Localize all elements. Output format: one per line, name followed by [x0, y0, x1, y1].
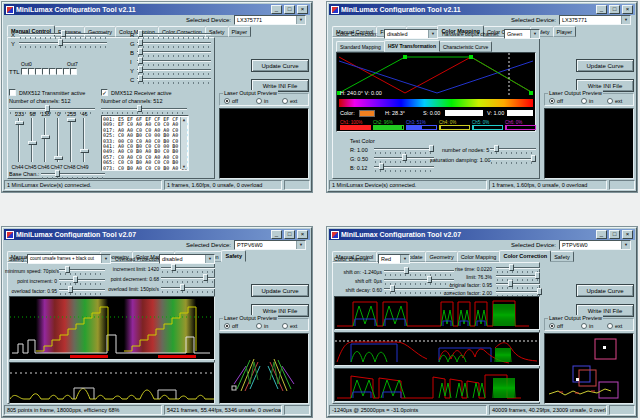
color-correction-combo[interactable]: disabled ▼ [384, 29, 438, 39]
y-slider[interactable] [19, 39, 107, 48]
ttl-checkbox-0[interactable] [21, 68, 28, 75]
overload-protection-combo[interactable]: disabled ▼ [159, 254, 215, 264]
hue-gradient-bar[interactable] [339, 99, 533, 107]
maximize-button[interactable]: □ [609, 5, 620, 14]
maximize-button[interactable]: □ [284, 5, 295, 14]
ttl-checkbox-4[interactable] [49, 68, 56, 75]
radio-in[interactable] [256, 323, 262, 329]
update-curve-button[interactable]: Update Curve [576, 59, 634, 72]
subtab-hsv-transformation[interactable]: HSV Transformation [384, 40, 440, 52]
ttl-checkbox-2[interactable] [35, 68, 42, 75]
radio-in[interactable] [256, 98, 262, 104]
minimize-button[interactable]: _ [596, 5, 607, 14]
scrollbar[interactable]: ▲▼ [180, 117, 187, 169]
test-r-slider[interactable] [374, 145, 434, 154]
minimize-button[interactable]: _ [596, 230, 607, 239]
damping-slider[interactable] [490, 155, 536, 164]
update-curve-button[interactable]: Update Curve [576, 284, 634, 297]
ttl-checkbox-1[interactable] [28, 68, 35, 75]
dropdown-arrow-icon[interactable]: ▼ [296, 241, 305, 249]
selected-device-combo[interactable]: LX375771 ▼ [234, 15, 306, 25]
dropdown-arrow-icon[interactable]: ▼ [101, 255, 110, 263]
channel-fader-ch46[interactable] [41, 118, 50, 162]
ttl-checkbox-3[interactable] [42, 68, 49, 75]
radio-off[interactable] [549, 323, 555, 329]
close-button[interactable]: × [297, 230, 308, 239]
radio-in[interactable] [581, 323, 587, 329]
overload-factor-slider[interactable] [59, 286, 105, 295]
dropdown-arrow-icon[interactable]: ▼ [296, 16, 305, 24]
selected-device-combo[interactable]: PTPV6W0 ▼ [559, 240, 631, 250]
overload-limit-slider[interactable] [161, 284, 215, 293]
radio-ext[interactable] [282, 98, 288, 104]
dropdown-arrow-icon[interactable]: ▼ [205, 255, 214, 263]
update-curve-button[interactable]: Update Curve [251, 284, 309, 297]
base-chan-slider[interactable] [41, 170, 105, 179]
tab-safety[interactable]: Safety [221, 250, 246, 262]
scroll-up-icon[interactable]: ▲ [181, 117, 187, 122]
dmx-hex-monitor[interactable]: 001: E5 EF 6F EF CF EF CF EF 009: EF C0 … [101, 115, 189, 171]
radio-off[interactable] [224, 98, 230, 104]
g-slider[interactable] [137, 39, 211, 48]
selected-device-combo[interactable]: LX375771 ▼ [559, 15, 631, 25]
channel-fader-ch49[interactable] [80, 118, 89, 162]
channel-fader-ch48[interactable] [67, 118, 76, 162]
dropdown-arrow-icon[interactable]: ▼ [400, 255, 409, 263]
radio-off[interactable] [549, 98, 555, 104]
tab-color-correction[interactable]: Color Correction [499, 250, 551, 262]
nodes-slider[interactable] [490, 145, 536, 154]
radio-in[interactable] [581, 98, 587, 104]
maximize-button[interactable]: □ [609, 230, 620, 239]
dropdown-arrow-icon[interactable]: ▼ [621, 16, 630, 24]
minimum-speed-slider[interactable] [59, 266, 105, 275]
channel-fader-ch47[interactable] [54, 118, 63, 162]
test-g-slider[interactable] [374, 154, 434, 163]
channel-fader-ch45[interactable] [28, 118, 37, 162]
tab-color-mapping[interactable]: Color Mapping [457, 251, 501, 262]
radio-ext[interactable] [607, 323, 613, 329]
close-button[interactable]: × [297, 5, 308, 14]
subtab-standard-mapping[interactable]: Standard Mapping [336, 41, 385, 52]
tab-safety[interactable]: Safety [550, 251, 574, 262]
dmx-transmitter-checkbox[interactable] [9, 89, 16, 96]
close-button[interactable]: × [622, 230, 633, 239]
hsv-curve-display[interactable]: H: 240.0° V: 0.00 Color: H: 28.3° S: 0.0… [336, 52, 536, 132]
titlebar[interactable]: MiniLumax Configuration Tool v2.07 _ □ × [4, 229, 310, 240]
dropdown-arrow-icon[interactable]: ▼ [621, 241, 630, 249]
minimize-button[interactable]: _ [271, 230, 282, 239]
tab-player[interactable]: Player [553, 26, 577, 37]
titlebar[interactable]: MiniLumax Configuration Tool v2.11 _ □ × [4, 4, 310, 15]
selected-device-combo[interactable]: PTPV6W0 ▼ [234, 240, 306, 250]
scroll-down-icon[interactable]: ▼ [181, 164, 187, 169]
dropdown-arrow-icon[interactable]: ▼ [428, 30, 437, 38]
radio-ext[interactable] [607, 98, 613, 104]
increment-limit-slider[interactable] [161, 264, 215, 273]
dmx-receiver-checkbox[interactable]: ✓ [101, 89, 108, 96]
y2-slider[interactable] [137, 66, 211, 75]
b-slider[interactable] [137, 48, 211, 57]
update-curve-button[interactable]: Update Curve [251, 59, 309, 72]
minimize-button[interactable]: _ [271, 5, 282, 14]
safety-mode-combo[interactable]: count unsafe frames + black out ▼ [27, 254, 111, 264]
color-channel-combo[interactable]: Red ▼ [378, 254, 410, 264]
ttl-checkbox-6[interactable] [63, 68, 70, 75]
test-b-slider[interactable] [374, 163, 434, 172]
subtab-characteristic-curve[interactable]: Characteristic Curve [439, 41, 492, 52]
tab-player[interactable]: Player [228, 26, 252, 37]
titlebar[interactable]: MiniLumax Configuration Tool v2.11 _ □ × [329, 4, 635, 15]
point-increment-slider[interactable] [59, 276, 105, 285]
point-decrement-slider[interactable] [161, 274, 215, 283]
channel-fader-ch44[interactable] [15, 118, 24, 162]
ttl-checkbox-7[interactable] [70, 68, 77, 75]
dropdown-arrow-icon[interactable]: ▼ [530, 30, 539, 38]
tab-geometry[interactable]: Geometry [425, 251, 457, 262]
x-slider[interactable] [19, 30, 107, 39]
radio-off[interactable] [224, 323, 230, 329]
i-slider[interactable] [137, 57, 211, 66]
hardware-output-combo[interactable]: Green ▼ [504, 29, 540, 39]
titlebar[interactable]: MiniLumax Configuration Tool v2.07 _ □ × [329, 229, 635, 240]
radio-ext[interactable] [282, 323, 288, 329]
dmx-rx-channels-slider[interactable] [101, 105, 187, 114]
ttl-checkbox-5[interactable] [56, 68, 63, 75]
close-button[interactable]: × [622, 5, 633, 14]
